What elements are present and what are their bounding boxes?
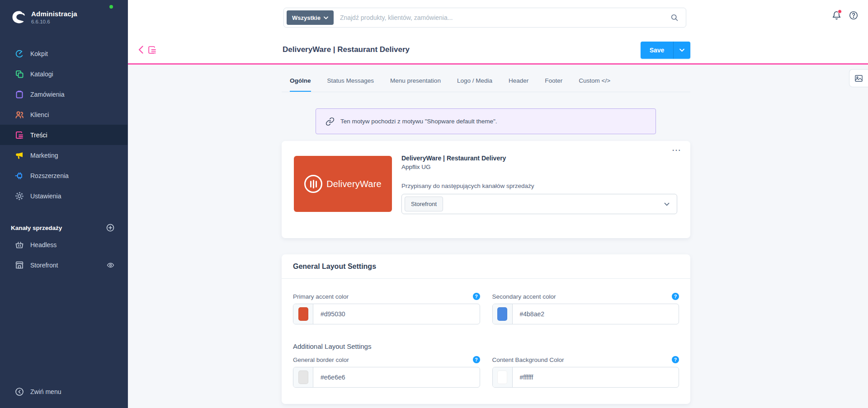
color-swatch-cell[interactable] [293, 367, 313, 387]
save-split-button: Save [641, 42, 690, 59]
field-content-background-color: Content Background Color ? #ffffff [492, 356, 679, 388]
sidebar-item-rozszerzenia[interactable]: Rozszerzenia [0, 165, 127, 186]
color-swatch-cell[interactable] [493, 304, 513, 324]
color-swatch [497, 370, 507, 384]
sidebar-item-label: Marketing [30, 152, 58, 159]
global-search-bar: Wszystkie [283, 8, 686, 28]
field-label: General border color [293, 356, 349, 363]
plus-circle-icon [106, 224, 114, 232]
sidebar-item-kokpit[interactable]: Kokpit [0, 43, 127, 64]
sidebar-item-storefront[interactable]: Storefront [0, 255, 127, 275]
tab-status-messages[interactable]: Status Messages [327, 77, 374, 92]
color-hex-value[interactable]: #d95030 [313, 310, 345, 318]
sidebar-item-katalogi[interactable]: Katalogi [0, 64, 127, 84]
main-navigation: Kokpit Katalogi Zamówienia [0, 43, 127, 206]
notification-badge [838, 9, 842, 14]
back-button[interactable] [134, 43, 147, 56]
color-swatch-cell[interactable] [293, 304, 313, 324]
color-swatch-cell[interactable] [493, 367, 513, 387]
tab-logo-media[interactable]: Logo / Media [457, 77, 492, 92]
dashboard-icon [15, 49, 24, 58]
notifications-button[interactable] [831, 10, 842, 21]
sidebar-item-tresci[interactable]: Treści [0, 125, 127, 145]
theme-title: DeliveryWare | Restaurant Delivery [401, 155, 677, 162]
help-button[interactable] [848, 10, 859, 21]
question-circle-icon [849, 10, 859, 20]
sales-channel-select[interactable]: Storefront [401, 194, 677, 214]
page-column: Ogólne Status Messages Menu presentation… [282, 65, 690, 408]
module-shortcut-button[interactable] [146, 44, 158, 56]
help-icon[interactable]: ? [473, 293, 480, 300]
color-input[interactable]: #4b8ae2 [492, 304, 679, 324]
color-input[interactable]: #ffffff [492, 367, 679, 388]
sidebar-item-klienci[interactable]: Klienci [0, 104, 127, 125]
tab-footer[interactable]: Footer [545, 77, 562, 92]
app-version: 6.6.10.6 [31, 19, 77, 24]
catalog-icon [15, 70, 24, 79]
brand-block: Administracja 6.6.10.6 [0, 0, 127, 25]
save-button[interactable]: Save [641, 42, 673, 59]
channel-tag-storefront[interactable]: Storefront [405, 197, 443, 211]
search-icon [670, 14, 679, 22]
tab-menu-presentation[interactable]: Menu presentation [390, 77, 441, 92]
sidebar-item-label: Katalogi [30, 70, 53, 78]
color-swatch [497, 307, 507, 321]
theme-context-menu-button[interactable]: ⋯ [672, 145, 681, 155]
save-options-button[interactable] [673, 42, 690, 59]
color-hex-value[interactable]: #ffffff [513, 374, 533, 381]
shopware-admin: Administracja 6.6.10.6 Kokpit [0, 0, 868, 408]
general-layout-settings-card: General Layout Settings Primary accent c… [282, 254, 690, 404]
collapse-circle-icon [15, 387, 24, 396]
help-icon[interactable]: ? [473, 356, 480, 363]
help-icon[interactable]: ? [672, 356, 679, 363]
topbar-icons [831, 10, 859, 21]
chevron-down-icon [679, 48, 684, 52]
add-sales-channel-button[interactable] [106, 224, 114, 232]
sidebar-item-label: Rozszerzenia [30, 172, 69, 179]
sales-channels-title: Kanały sprzedaży [11, 225, 62, 231]
online-status-dot [109, 5, 113, 9]
chevron-left-icon [138, 45, 144, 54]
content-page-icon [147, 45, 157, 55]
sidebar-item-headless[interactable]: Headless [0, 234, 127, 255]
app-title: Administracja [31, 10, 77, 18]
sidebar-item-label: Storefront [30, 262, 58, 269]
color-hex-value[interactable]: #4b8ae2 [513, 310, 545, 318]
sidebar-item-ustawienia[interactable]: Ustawienia [0, 186, 127, 206]
assigned-channels-label: Przypisany do następujących kanałów sprz… [401, 183, 677, 189]
color-input[interactable]: #e6e6e6 [293, 367, 480, 388]
sidebar-item-label: Zamówienia [30, 91, 64, 98]
search-input[interactable] [334, 14, 670, 21]
sidebar-item-zamowienia[interactable]: Zamówienia [0, 84, 127, 104]
cutlery-circle-icon [304, 175, 322, 193]
shopware-logo [11, 10, 26, 25]
theme-vendor: Appflix UG [401, 164, 677, 170]
search-scope-dropdown[interactable]: Wszystkie [287, 10, 334, 25]
tab-ogolne[interactable]: Ogólne [290, 77, 311, 92]
tab-custom[interactable]: Custom </> [579, 77, 610, 92]
theme-preview-image: DeliveryWare [294, 156, 392, 212]
media-sidebar-toggle[interactable] [849, 69, 868, 87]
theme-info: DeliveryWare | Restaurant Delivery Appfl… [401, 155, 677, 214]
help-icon[interactable]: ? [672, 293, 679, 300]
settings-card-title: General Layout Settings [293, 263, 376, 271]
content-area: Ogólne Status Messages Menu presentation… [128, 65, 868, 408]
color-swatch [298, 307, 308, 321]
theme-card: DeliveryWare ⋯ DeliveryWare | Restaurant… [282, 141, 690, 238]
chevron-down-icon [664, 202, 670, 206]
sidebar-item-marketing[interactable]: Marketing [0, 145, 127, 165]
sidebar-item-label: Klienci [30, 111, 49, 118]
tab-bar: Ogólne Status Messages Menu presentation… [282, 77, 690, 92]
collapse-menu-button[interactable]: Zwiń menu [0, 382, 127, 402]
page-title: DeliveryWare | Restaurant Delivery [283, 45, 410, 54]
sidebar-item-label: Headless [30, 241, 57, 249]
chevron-down-icon [324, 16, 328, 19]
main-area: Wszystkie [128, 0, 868, 408]
search-scope-label: Wszystkie [292, 14, 321, 21]
tab-header[interactable]: Header [509, 77, 528, 92]
color-input[interactable]: #d95030 [293, 304, 480, 324]
preview-eye-icon[interactable] [107, 261, 114, 269]
sidebar-item-label: Ustawienia [30, 192, 61, 200]
color-hex-value[interactable]: #e6e6e6 [313, 374, 345, 381]
gear-icon [15, 192, 24, 201]
